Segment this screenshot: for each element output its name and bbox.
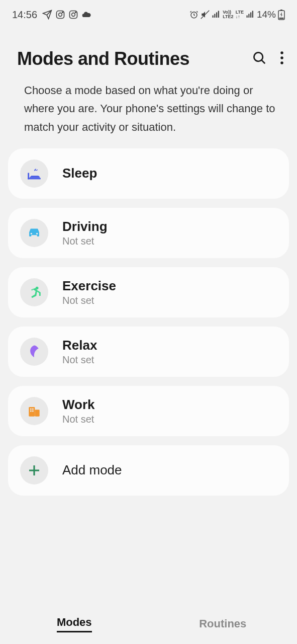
signal-icon [246,10,255,19]
telegram-icon [42,10,52,20]
svg-rect-15 [252,11,253,18]
mode-item-relax[interactable]: Relax Not set [8,327,289,377]
status-left: 14:56 [12,9,91,21]
tab-label: Modes [57,616,92,632]
mute-icon [201,10,210,19]
svg-rect-30 [35,410,39,416]
status-bar: 14:56 Vo))LTE2 LTE↓↑ 14% [0,0,297,24]
svg-point-23 [280,61,283,64]
svg-point-4 [72,13,75,17]
svg-rect-18 [279,18,284,19]
exercise-icon [20,278,48,306]
sleep-icon [20,159,48,188]
svg-rect-10 [216,13,217,18]
tab-routines[interactable]: Routines [149,604,298,644]
status-time: 14:56 [12,9,37,21]
mode-subtitle: Not set [62,354,97,366]
instagram-icon [68,10,78,20]
svg-rect-14 [250,13,251,18]
svg-point-1 [59,13,62,17]
mode-subtitle: Not set [62,295,116,306]
battery-percent: 14% [257,9,276,20]
cloud-icon [81,10,91,20]
lte-icon: LTE↓↑ [236,10,244,19]
svg-line-20 [261,60,265,63]
mode-title: Add mode [62,462,122,478]
mode-title: Relax [62,338,97,353]
svg-rect-17 [280,10,282,11]
svg-rect-9 [215,14,216,18]
mode-item-driving[interactable]: Driving Not set [8,208,289,258]
driving-icon [20,219,48,247]
svg-point-27 [36,233,38,234]
mode-title: Work [62,397,95,413]
mode-title: Sleep [62,166,97,181]
mode-item-work[interactable]: Work Not set [8,386,289,436]
page-description: Choose a mode based on what you're doing… [0,69,297,141]
alarm-icon [189,10,199,19]
work-icon [20,397,48,425]
search-icon[interactable] [252,50,267,67]
relax-icon [20,338,48,366]
mode-subtitle: Not set [62,414,95,425]
svg-rect-24 [28,178,41,179]
svg-point-26 [31,233,32,234]
svg-rect-11 [218,11,219,18]
mode-subtitle: Not set [62,235,108,247]
svg-rect-8 [213,16,214,18]
tab-label: Routines [199,617,246,630]
svg-point-2 [62,12,63,13]
svg-rect-25 [28,173,29,179]
bottom-tabs: Modes Routines [0,604,297,644]
svg-rect-12 [246,16,247,18]
svg-rect-29 [29,407,35,417]
instagram-icon [55,10,65,20]
more-icon[interactable] [280,50,284,67]
svg-rect-34 [32,411,34,412]
svg-rect-32 [32,409,34,410]
signal-icon [212,10,221,19]
battery-icon [278,9,285,20]
svg-rect-33 [30,411,32,412]
svg-rect-13 [248,14,249,18]
mode-item-add[interactable]: Add mode [8,445,289,496]
svg-point-21 [280,51,283,54]
svg-point-19 [254,52,263,61]
page-header: Modes and Routines [0,24,297,69]
mode-title: Driving [62,219,108,234]
page-title: Modes and Routines [17,48,189,69]
svg-point-5 [75,12,76,13]
svg-point-22 [280,56,283,59]
mode-title: Exercise [62,278,116,294]
volte-icon: Vo))LTE2 [223,10,233,19]
modes-list: Sleep Driving Not set Exercise Not set R… [0,141,297,496]
mode-item-exercise[interactable]: Exercise Not set [8,267,289,317]
tab-modes[interactable]: Modes [0,604,149,644]
header-actions [252,50,284,67]
plus-icon [20,456,48,485]
status-right: Vo))LTE2 LTE↓↑ 14% [189,9,285,20]
svg-rect-31 [30,409,32,410]
mode-item-sleep[interactable]: Sleep [8,148,289,199]
